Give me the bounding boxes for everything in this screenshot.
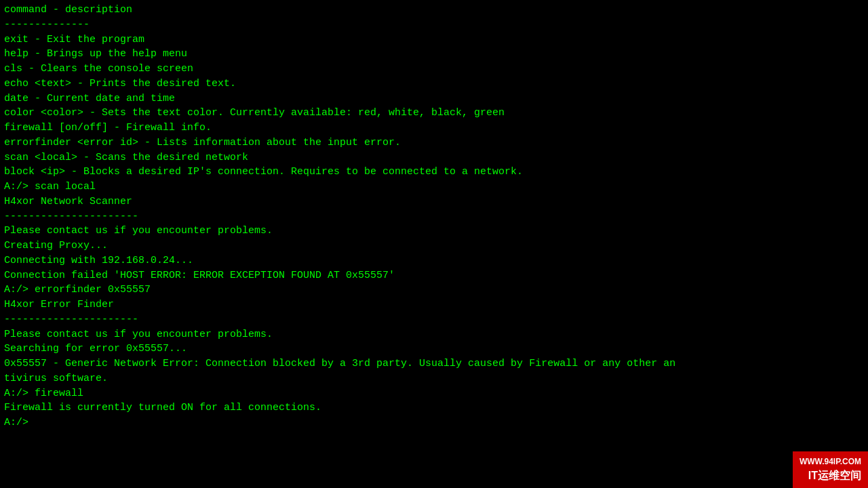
watermark-sitename: IT运维空间 [800,468,861,484]
terminal-line: echo <text> - Prints the desired text. [4,77,864,92]
terminal-line: Please contact us if you encounter probl… [4,327,864,342]
terminal-line: A:/> errorfinder 0x55557 [4,283,864,298]
terminal-line: tivirus software. [4,371,864,386]
terminal-line: date - Current date and time [4,92,864,106]
terminal-line: exit - Exit the program [4,33,864,47]
terminal-line: color <color> - Sets the text color. Cur… [4,106,864,121]
terminal-line: help - Brings up the help menu [4,47,864,62]
terminal-line: cls - Clears the console screen [4,62,864,77]
terminal-output: command - description--------------exit … [0,0,868,433]
terminal-line: ---------------------- [4,312,864,327]
terminal-line: Please contact us if you encounter probl… [4,224,864,239]
terminal-line: H4xor Network Scanner [4,195,864,209]
terminal-line: 0x55557 - Generic Network Error: Connect… [4,357,864,371]
terminal-line: firewall [on/off] - Firewall info. [4,121,864,136]
terminal-line: Searching for error 0x55557... [4,342,864,357]
terminal-line: command - description [4,3,864,18]
terminal-line: A:/> [4,415,864,430]
terminal-line: Creating Proxy... [4,239,864,253]
terminal-line: A:/> firewall [4,386,864,401]
terminal-line: Connecting with 192.168.0.24... [4,253,864,268]
watermark: WWW.94IP.COM IT运维空间 [793,451,868,488]
watermark-url: WWW.94IP.COM [800,455,861,468]
terminal-line: H4xor Error Finder [4,298,864,312]
terminal-line: errorfinder <error id> - Lists informati… [4,136,864,150]
terminal-line: ---------------------- [4,209,864,224]
terminal-line: -------------- [4,18,864,33]
terminal-line: Connection failed 'HOST ERROR: ERROR EXC… [4,268,864,283]
terminal-line: scan <local> - Scans the desired network [4,150,864,165]
terminal-line: A:/> scan local [4,180,864,195]
terminal-line: Firewall is currently turned ON for all … [4,401,864,415]
terminal-line: block <ip> - Blocks a desired IP's conne… [4,165,864,180]
